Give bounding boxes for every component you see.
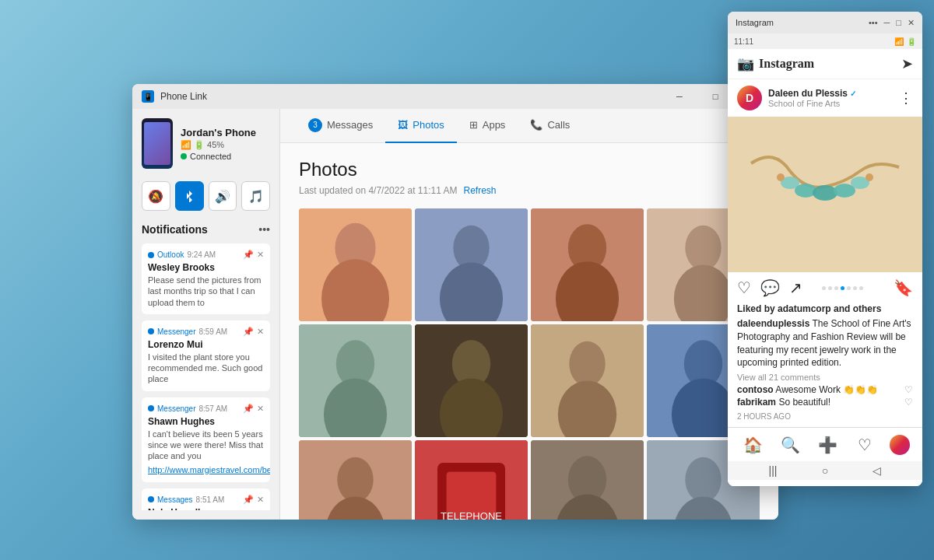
ig-heart-icon[interactable]: ♡	[737, 278, 751, 297]
notifications-more-button[interactable]: •••	[258, 223, 270, 236]
ig-nav-add-icon[interactable]: ➕	[815, 432, 840, 457]
notif-pin-button-1[interactable]: 📌	[243, 327, 254, 337]
android-home-icon[interactable]: ○	[822, 464, 828, 477]
notifications-title: Notifications	[142, 223, 208, 236]
ig-nav-search-icon[interactable]: 🔍	[778, 432, 802, 457]
instagram-window-controls: ••• ─ □ ✕	[869, 18, 915, 28]
notifications-section: Notifications ••• Outlook 9:24 AM 📌 ✕	[142, 223, 270, 510]
instagram-bottom-nav: 🏠 🔍 ➕ ♡	[728, 427, 922, 461]
dot-7	[859, 286, 863, 290]
instagram-window-title: Instagram	[736, 18, 774, 27]
phone-link-window: 📱 Phone Link ─ □ ✕ Jordan's Phone 📶 🔋 45…	[132, 84, 778, 520]
notif-pin-button[interactable]: 📌	[243, 250, 254, 260]
volume-button[interactable]: 🔊	[209, 181, 237, 211]
photo-item-10[interactable]: TELEPHONE	[415, 440, 528, 520]
ig-nav-home-icon[interactable]: 🏠	[740, 432, 765, 457]
tab-photos[interactable]: 🖼 Photos	[385, 109, 456, 143]
notif-text-1: I visited the plant store you recommende…	[148, 352, 264, 385]
notif-sender-0: Wesley Brooks	[148, 262, 264, 273]
phone-name: Jordan's Phone	[181, 127, 256, 138]
tab-calls[interactable]: 📞 Calls	[518, 109, 582, 143]
verified-badge: ✓	[850, 89, 856, 98]
instagram-post-image	[728, 117, 922, 272]
tab-apps[interactable]: ⊞ Apps	[457, 109, 518, 143]
photo-item-5[interactable]	[299, 324, 412, 437]
ig-comment-icon[interactable]: 💬	[760, 278, 780, 297]
phone-link-title: Phone Link	[160, 91, 207, 102]
music-button[interactable]: 🎵	[241, 181, 270, 211]
notif-dismiss-button-2[interactable]: ✕	[257, 404, 264, 414]
post-username: Daleen du Plessis ✓	[768, 88, 899, 99]
instagram-app-header: 📷 Instagram ➤	[728, 49, 922, 79]
ig-maximize-button[interactable]: □	[896, 18, 901, 28]
ig-nav-heart-icon[interactable]: ♡	[852, 432, 877, 457]
android-back-icon[interactable]: |||	[769, 464, 778, 477]
notif-dismiss-button-1[interactable]: ✕	[257, 327, 264, 337]
post-more-button[interactable]: ⋮	[899, 89, 913, 107]
instagram-actions-bar: ♡ 💬 ↗ 🔖	[728, 272, 922, 303]
photo-item-3[interactable]	[531, 208, 644, 321]
notif-link-2[interactable]: http://www.margiestravel.com/beachtrip20…	[148, 465, 270, 474]
ig-close-button[interactable]: ✕	[908, 18, 915, 28]
ig-bookmark-icon[interactable]: 🔖	[894, 278, 913, 297]
photo-item-7[interactable]	[531, 324, 644, 437]
ig-more-button[interactable]: •••	[869, 18, 878, 28]
apps-tab-icon: ⊞	[469, 119, 478, 131]
dot-2	[828, 286, 832, 290]
messages-badge: 3	[308, 118, 322, 132]
instagram-caption: daleenduplessis The School of Fine Art's…	[728, 317, 922, 369]
instagram-comments-link[interactable]: View all 21 comments	[728, 373, 922, 382]
mute-button[interactable]: 🔕	[142, 181, 170, 211]
post-subtitle: School of Fine Arts	[768, 99, 899, 108]
notification-item-messages: Messages 8:51 AM 📌 ✕ Nola Harrell This i…	[142, 488, 270, 510]
svg-point-24	[569, 341, 605, 387]
phone-link-titlebar: 📱 Phone Link ─ □ ✕	[132, 84, 778, 109]
phone-link-sidebar: Jordan's Phone 📶 🔋 45% Connected 🔕 🔊 �	[132, 109, 280, 520]
instagram-send-icon[interactable]: ➤	[901, 55, 913, 72]
ig-minimize-button[interactable]: ─	[884, 18, 890, 28]
comment-like-icon-1[interactable]: ♡	[904, 384, 913, 395]
notif-pin-button-3[interactable]: 📌	[243, 495, 254, 505]
ig-carousel-dots	[822, 286, 863, 290]
notif-text-0: Please send the pictures from last month…	[148, 275, 264, 308]
dot-3	[834, 286, 838, 290]
notification-item-messenger-1: Messenger 8:59 AM 📌 ✕ Lorenzo Mui I visi…	[142, 320, 270, 391]
minimize-button[interactable]: ─	[662, 84, 697, 109]
photo-item-9[interactable]	[299, 440, 412, 520]
calls-tab-icon: 📞	[530, 119, 542, 131]
android-recents-icon[interactable]: ◁	[873, 464, 881, 477]
notification-item-outlook: Outlook 9:24 AM 📌 ✕ Wesley Brooks Please…	[142, 243, 270, 314]
notifications-header: Notifications •••	[142, 223, 270, 236]
connected-indicator	[181, 153, 187, 159]
tab-messages[interactable]: 3 Messages	[296, 109, 385, 143]
dot-5	[847, 286, 851, 290]
dot-6	[853, 286, 857, 290]
svg-point-15	[685, 226, 721, 271]
main-content-area: 3 Messages 🖼 Photos ⊞ Apps 📞 Calls	[280, 109, 778, 520]
photo-item-2[interactable]	[415, 208, 528, 321]
necklace-image	[728, 117, 922, 272]
ig-share-icon[interactable]: ↗	[789, 278, 802, 297]
comment-like-icon-2[interactable]: ♡	[904, 397, 913, 408]
instagram-statusbar: 11:11 📶 🔋	[728, 33, 922, 49]
svg-point-30	[337, 457, 373, 502]
ig-nav-profile-icon[interactable]	[890, 435, 910, 455]
notif-dismiss-button-3[interactable]: ✕	[257, 495, 264, 505]
photos-heading: Photos	[299, 159, 760, 180]
notif-dismiss-button[interactable]: ✕	[257, 250, 264, 260]
svg-point-48	[777, 173, 785, 181]
phone-info-section: Jordan's Phone 📶 🔋 45% Connected	[142, 118, 270, 169]
bluetooth-button[interactable]	[175, 181, 204, 211]
notif-pin-button-2[interactable]: 📌	[243, 404, 254, 414]
phone-image	[142, 118, 173, 169]
photo-item-1[interactable]	[299, 208, 412, 321]
photo-item-11[interactable]	[531, 440, 644, 520]
svg-point-45	[813, 185, 837, 201]
notif-text-2: I can't believe its been 5 years since w…	[148, 429, 264, 462]
refresh-link[interactable]: Refresh	[464, 185, 497, 196]
photo-item-6[interactable]	[415, 324, 528, 437]
notif-sender-2: Shawn Hughes	[148, 416, 264, 427]
instagram-comment-1: contoso Awesome Work 👏👏👏 ♡	[728, 384, 922, 395]
instagram-comment-2: fabrikam So beautiful! ♡	[728, 397, 922, 408]
dot-4-active	[841, 286, 844, 290]
